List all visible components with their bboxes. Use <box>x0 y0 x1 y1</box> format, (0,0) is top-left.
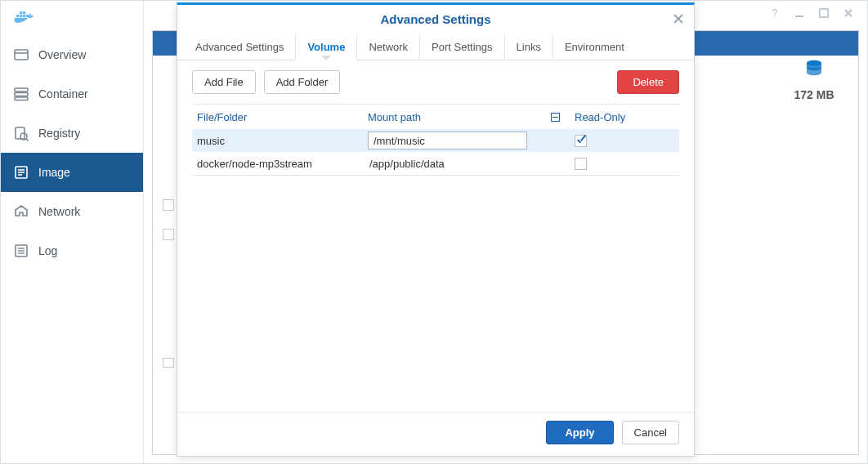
sort-icon <box>551 113 560 122</box>
mount-path-input[interactable] <box>368 132 527 149</box>
readonly-checkbox[interactable] <box>575 135 587 147</box>
app-window: Overview Container Registry Image Networ… <box>0 0 868 464</box>
action-button-row: Add File Add Folder Delete <box>192 70 679 94</box>
tab-links[interactable]: Links <box>505 34 553 60</box>
cell-file: docker/node-mp3stream <box>192 158 368 170</box>
modal-backdrop: Advanced Settings Advanced Settings Volu… <box>1 1 867 463</box>
table-header: File/Folder Mount path Read-Only <box>192 105 679 129</box>
tab-volume[interactable]: Volume <box>296 34 357 60</box>
tab-environment[interactable]: Environment <box>553 34 636 60</box>
modal-title: Advanced Settings <box>177 5 694 34</box>
readonly-checkbox[interactable] <box>575 158 587 170</box>
col-header-mount[interactable]: Mount path <box>368 111 535 123</box>
table-row[interactable]: music <box>192 129 679 152</box>
volume-table: File/Folder Mount path Read-Only music d… <box>192 104 679 176</box>
col-header-file[interactable]: File/Folder <box>192 111 368 123</box>
cell-file: music <box>192 135 368 147</box>
apply-button[interactable]: Apply <box>546 421 613 444</box>
table-row[interactable]: docker/node-mp3stream /app/public/data <box>192 152 679 175</box>
advanced-settings-modal: Advanced Settings Advanced Settings Volu… <box>177 2 695 457</box>
modal-close-icon[interactable] <box>671 11 686 26</box>
tab-advanced-settings[interactable]: Advanced Settings <box>184 34 296 60</box>
add-folder-button[interactable]: Add Folder <box>264 70 341 94</box>
cell-mount: /app/public/data <box>368 158 445 170</box>
modal-body: Add File Add Folder Delete File/Folder M… <box>177 60 694 412</box>
modal-title-text: Advanced Settings <box>380 12 490 26</box>
modal-tabs: Advanced Settings Volume Network Port Se… <box>177 34 694 60</box>
tab-port-settings[interactable]: Port Settings <box>420 34 504 60</box>
modal-footer: Apply Cancel <box>177 412 694 456</box>
cancel-button[interactable]: Cancel <box>622 421 679 444</box>
add-file-button[interactable]: Add File <box>192 70 256 94</box>
tab-network[interactable]: Network <box>357 34 420 60</box>
col-header-sort[interactable] <box>535 113 575 122</box>
delete-button[interactable]: Delete <box>617 70 679 94</box>
col-header-readonly[interactable]: Read-Only <box>575 111 679 123</box>
